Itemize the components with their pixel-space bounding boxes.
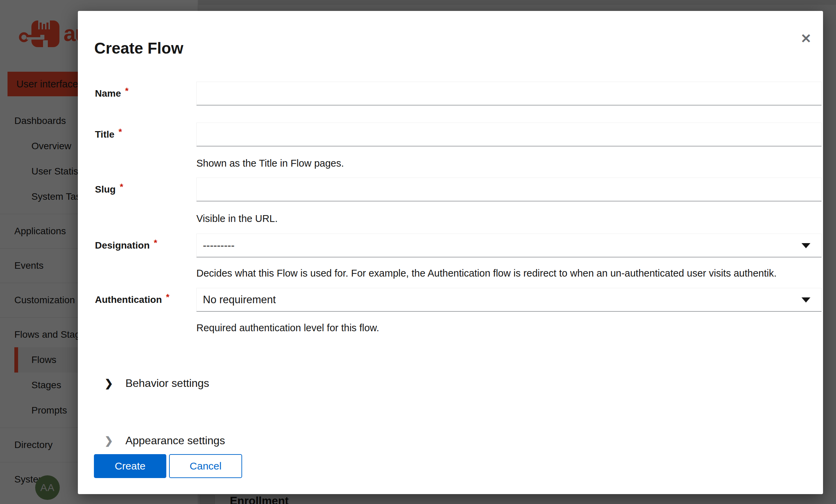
required-asterisk: * (166, 292, 169, 303)
required-asterisk: * (125, 86, 128, 96)
authentication-select[interactable]: No requirement (196, 288, 822, 312)
appearance-settings-toggle[interactable]: ❯ Appearance settings (104, 434, 225, 447)
designation-help-text: Decides what this Flow is used for. For … (196, 268, 777, 279)
slug-help-text: Visible in the URL. (196, 213, 278, 224)
name-input[interactable] (196, 82, 822, 106)
title-field-label: Title * (95, 123, 196, 146)
chevron-right-icon: ❯ (104, 377, 113, 389)
caret-down-icon (802, 297, 810, 303)
required-asterisk: * (120, 182, 123, 192)
authentication-field-label: Authentication * (95, 288, 196, 312)
slug-input[interactable] (196, 178, 822, 201)
authentication-label-text: Authentication (95, 294, 162, 305)
create-flow-modal: Create Flow ✕ Name * Title * Shown as th… (78, 11, 823, 494)
required-asterisk: * (154, 238, 157, 248)
cancel-button[interactable]: Cancel (169, 454, 242, 478)
modal-title: Create Flow (94, 39, 183, 57)
designation-selected-value: --------- (203, 239, 235, 252)
create-button[interactable]: Create (94, 454, 166, 478)
slug-field-label: Slug * (95, 178, 196, 201)
title-help-text: Shown as the Title in Flow pages. (196, 158, 344, 169)
name-field-label: Name * (95, 82, 196, 106)
title-label-text: Title (95, 129, 114, 140)
designation-select[interactable]: --------- (196, 234, 822, 257)
authentication-help-text: Required authentication level for this f… (196, 322, 379, 334)
name-label-text: Name (95, 88, 121, 99)
behavior-settings-label: Behavior settings (125, 377, 209, 390)
required-asterisk: * (119, 127, 122, 137)
slug-label-text: Slug (95, 184, 116, 195)
appearance-settings-label: Appearance settings (125, 434, 225, 447)
chevron-right-icon: ❯ (104, 435, 113, 447)
title-input[interactable] (196, 123, 822, 146)
caret-down-icon (802, 243, 810, 248)
designation-field-label: Designation * (95, 234, 196, 257)
authentication-selected-value: No requirement (203, 294, 276, 306)
behavior-settings-toggle[interactable]: ❯ Behavior settings (104, 377, 209, 390)
close-icon[interactable]: ✕ (800, 32, 811, 45)
designation-label-text: Designation (95, 240, 150, 251)
